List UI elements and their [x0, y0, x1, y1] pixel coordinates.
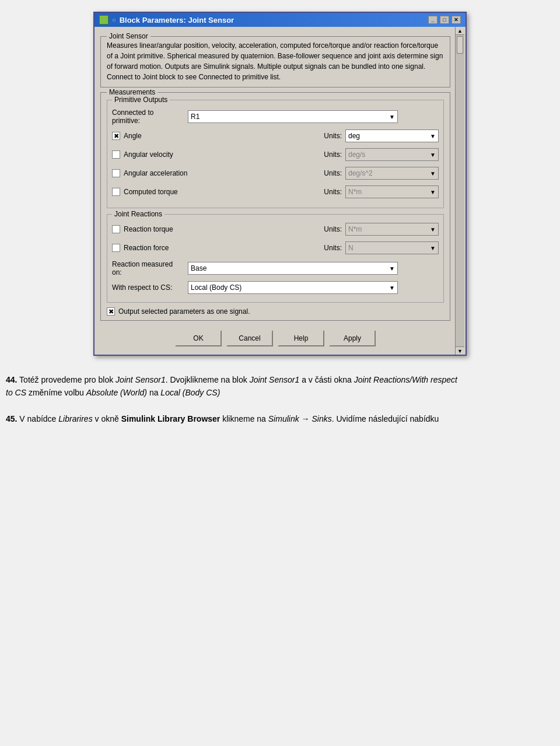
- angular-acceleration-checkbox[interactable]: [112, 169, 120, 177]
- computed-torque-units-row: Units: N*m ▼: [324, 185, 439, 198]
- dialog-content: Joint Sensor Measures linear/angular pos…: [94, 31, 456, 355]
- para44-text5: na: [147, 388, 160, 397]
- title-bar-left: ○ Block Parameters: Joint Sensor: [99, 15, 234, 24]
- title-bar: ○ Block Parameters: Joint Sensor _ □ ✕: [94, 13, 466, 27]
- para45-italic3: Sinks: [312, 414, 331, 423]
- computed-torque-units-dropdown[interactable]: N*m ▼: [345, 185, 439, 198]
- chevron-down-icon: ▼: [389, 285, 395, 291]
- para44-text4: změníme volbu: [26, 388, 86, 397]
- with-respect-to-cs-label: With respect to CS:: [112, 283, 182, 292]
- angular-velocity-checkbox-wrapper: Angular velocity: [112, 150, 217, 159]
- apply-button[interactable]: Apply: [329, 330, 376, 346]
- para45-text4: . Uvidíme následující nabídku: [332, 414, 439, 423]
- restore-icon[interactable]: ○: [112, 16, 116, 23]
- description-text: Measures linear/angular position, veloci…: [107, 40, 444, 82]
- para44-number: 44.: [6, 375, 17, 384]
- para44-italic2: Joint Sensor1: [250, 375, 300, 384]
- paragraph-45: 45. V nabídce Librarires v okně Simulink…: [6, 412, 461, 425]
- scroll-up-button[interactable]: ▲: [456, 27, 464, 35]
- minimize-button[interactable]: _: [428, 16, 438, 24]
- reaction-torque-units-label: Units:: [324, 225, 342, 233]
- para44-italic1: Joint Sensor1: [116, 375, 166, 384]
- computed-torque-label: Computed torque: [124, 188, 217, 196]
- measurements-group: Measurements Primitive Outputs Connected…: [100, 92, 450, 321]
- angle-row: ✖ Angle Units: deg ▼: [112, 128, 439, 143]
- chevron-down-icon: ▼: [430, 133, 436, 139]
- maximize-button[interactable]: □: [440, 16, 449, 24]
- angular-velocity-checkbox[interactable]: [112, 150, 120, 159]
- connected-to-primitive-dropdown[interactable]: R1 ▼: [188, 110, 398, 123]
- para45-italic1: Librarires: [58, 414, 92, 423]
- reaction-torque-label: Reaction torque: [124, 225, 217, 233]
- reaction-torque-checkbox[interactable]: [112, 225, 120, 233]
- angular-acceleration-units-dropdown[interactable]: deg/s^2 ▼: [345, 167, 439, 180]
- reaction-force-row: Reaction force Units: N ▼: [112, 240, 439, 255]
- para44-text2: . Dvojklikneme na blok: [166, 375, 250, 384]
- title-bar-controls: _ □ ✕: [428, 16, 461, 24]
- angular-acceleration-units-row: Units: deg/s^2 ▼: [324, 167, 439, 180]
- angular-acceleration-units-label: Units:: [324, 169, 342, 177]
- angular-velocity-units-row: Units: deg/s ▼: [324, 148, 439, 161]
- dialog-inner: Joint Sensor Measures linear/angular pos…: [94, 27, 456, 355]
- output-signal-row: ✖ Output selected parameters as one sign…: [107, 307, 444, 316]
- reaction-force-units-dropdown[interactable]: N ▼: [345, 241, 439, 254]
- output-signal-checkbox[interactable]: ✖: [107, 307, 115, 316]
- cancel-button[interactable]: Cancel: [226, 330, 273, 346]
- computed-torque-checkbox-wrapper: Computed torque: [112, 188, 217, 196]
- chevron-down-icon: ▼: [430, 170, 436, 177]
- chevron-down-icon: ▼: [430, 245, 436, 251]
- body-text: 44. Totéž provedeme pro blok Joint Senso…: [6, 373, 461, 426]
- primitive-outputs-group: Primitive Outputs Connected toprimitive:…: [107, 100, 444, 208]
- connected-to-primitive-row: Connected toprimitive: R1 ▼: [112, 108, 439, 125]
- chevron-down-icon: ▼: [389, 265, 395, 272]
- reaction-force-label: Reaction force: [124, 244, 217, 252]
- para45-number: 45.: [6, 414, 17, 423]
- dialog-body: Joint Sensor Measures linear/angular pos…: [94, 27, 466, 355]
- angular-velocity-units-label: Units:: [324, 150, 342, 159]
- angular-acceleration-label: Angular acceleration: [124, 169, 217, 177]
- para44-text3: a v části okna: [299, 375, 354, 384]
- chevron-down-icon: ▼: [430, 226, 436, 233]
- angle-units-row: Units: deg ▼: [324, 129, 439, 142]
- close-button[interactable]: ✕: [452, 16, 461, 24]
- angle-units-label: Units:: [324, 132, 342, 140]
- reaction-torque-row: Reaction torque Units: N*m ▼: [112, 222, 439, 237]
- ok-button[interactable]: OK: [175, 330, 222, 346]
- help-button[interactable]: Help: [278, 330, 324, 346]
- primitive-outputs-title: Primitive Outputs: [112, 96, 170, 104]
- scroll-thumb[interactable]: [457, 36, 463, 54]
- reaction-torque-units-row: Units: N*m ▼: [324, 223, 439, 236]
- para45-arrow: →: [299, 414, 312, 423]
- para44-italic4: Absolute (World): [86, 388, 147, 397]
- output-signal-label: Output selected parameters as one signal…: [118, 307, 250, 316]
- simulink-icon: [99, 15, 108, 24]
- scrollbar[interactable]: ▲ ▼: [455, 27, 464, 355]
- computed-torque-checkbox[interactable]: [112, 188, 120, 196]
- measurements-group-title: Measurements: [107, 88, 158, 96]
- joint-sensor-group-title: Joint Sensor: [107, 32, 150, 40]
- button-row: OK Cancel Help Apply: [100, 325, 450, 349]
- dialog-window: ○ Block Parameters: Joint Sensor _ □ ✕ J…: [93, 12, 467, 356]
- para45-text2: v okně: [93, 414, 121, 423]
- angular-velocity-label: Angular velocity: [124, 150, 217, 159]
- para45-text3: klikneme na: [220, 414, 268, 423]
- angle-units-dropdown[interactable]: deg ▼: [345, 129, 439, 142]
- joint-reactions-title: Joint Reactions: [112, 210, 164, 218]
- angular-acceleration-row: Angular acceleration Units: deg/s^2 ▼: [112, 166, 439, 181]
- reaction-torque-units-dropdown[interactable]: N*m ▼: [345, 223, 439, 236]
- reaction-force-units-label: Units:: [324, 244, 342, 252]
- para45-bold1: Simulink Library Browser: [121, 414, 220, 423]
- angle-label: Angle: [124, 132, 217, 140]
- paragraph-44: 44. Totéž provedeme pro blok Joint Senso…: [6, 373, 461, 400]
- scroll-thumb-area: [456, 35, 464, 346]
- reaction-measured-on-dropdown[interactable]: Base ▼: [188, 262, 398, 275]
- para45-italic2: Simulink: [268, 414, 299, 423]
- angle-checkbox[interactable]: ✖: [112, 132, 120, 140]
- with-respect-to-cs-dropdown[interactable]: Local (Body CS) ▼: [188, 281, 398, 294]
- reaction-measured-on-label: Reaction measuredon:: [112, 260, 182, 276]
- reaction-force-checkbox[interactable]: [112, 244, 120, 252]
- chevron-down-icon: ▼: [430, 152, 436, 158]
- scroll-down-button[interactable]: ▼: [456, 346, 464, 355]
- with-respect-to-cs-row: With respect to CS: Local (Body CS) ▼: [112, 281, 439, 294]
- angular-velocity-units-dropdown[interactable]: deg/s ▼: [345, 148, 439, 161]
